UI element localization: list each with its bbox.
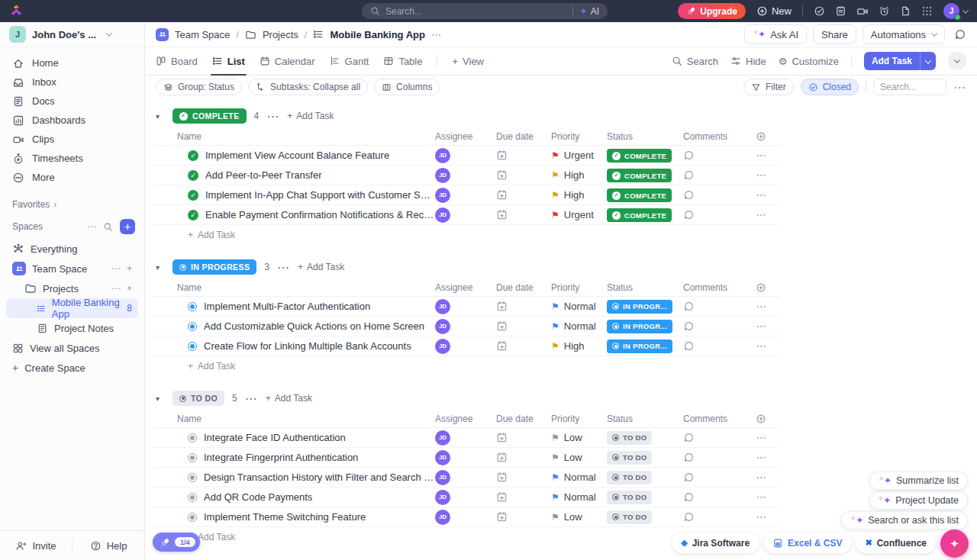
tab-calendar[interactable]: Calendar bbox=[260, 47, 315, 75]
task-name[interactable]: Implement View Account Balance Feature bbox=[205, 150, 389, 161]
row-menu-icon[interactable]: ⋯ bbox=[756, 432, 766, 443]
priority-flag-icon[interactable]: ⚑ bbox=[551, 513, 559, 522]
file-icon[interactable] bbox=[900, 5, 911, 17]
task-name[interactable]: Integrate Fingerprint Authentication bbox=[204, 452, 358, 463]
row-menu-icon[interactable]: ⋯ bbox=[756, 340, 766, 352]
list-search-input[interactable]: Search... bbox=[873, 79, 946, 95]
priority-flag-icon[interactable]: ⚑ bbox=[551, 453, 559, 462]
row-menu-icon[interactable]: ⋯ bbox=[756, 491, 766, 503]
topbar-ai-button[interactable]: ✦ AI bbox=[572, 6, 599, 17]
add-column-icon[interactable] bbox=[756, 414, 766, 424]
hide-button[interactable]: Hide bbox=[730, 56, 766, 67]
comment-icon[interactable] bbox=[683, 150, 695, 161]
comment-icon[interactable] bbox=[683, 452, 695, 463]
due-date-icon[interactable] bbox=[496, 301, 508, 312]
confluence-button[interactable]: ✖ Confluence bbox=[856, 533, 936, 553]
status-badge[interactable]: IN PROGR... bbox=[607, 340, 672, 353]
column-comments[interactable]: Comments bbox=[683, 282, 744, 293]
user-avatar[interactable]: J bbox=[943, 3, 959, 19]
collapse-group-icon[interactable]: ▾ bbox=[156, 112, 165, 121]
group-add-task-button[interactable]: +Add Task bbox=[287, 111, 334, 121]
add-task-button[interactable]: Add Task bbox=[864, 52, 936, 70]
task-row[interactable]: Add QR Code Payments JD ⚑ Normal TO DO bbox=[153, 488, 780, 507]
add-view-button[interactable]: + View bbox=[452, 47, 484, 75]
folder-more-icon[interactable]: ⋯ bbox=[111, 283, 121, 294]
reminder-alarm-icon[interactable] bbox=[879, 5, 890, 17]
group-more-icon[interactable]: ⋯ bbox=[277, 260, 290, 275]
onboarding-progress-pill[interactable]: 1/4 bbox=[153, 533, 200, 552]
breadcrumb-projects[interactable]: Projects bbox=[263, 29, 298, 40]
due-date-icon[interactable] bbox=[496, 320, 508, 332]
assignee-avatar[interactable]: JD bbox=[435, 168, 450, 183]
customize-button[interactable]: ⚙ Customize bbox=[779, 56, 839, 67]
task-row[interactable]: ✓ Enable Payment Confirmation Notificati… bbox=[153, 205, 780, 225]
list-options-icon[interactable]: ⋯ bbox=[953, 80, 966, 95]
assignee-avatar[interactable]: JD bbox=[435, 208, 450, 223]
priority-flag-icon[interactable]: ⚑ bbox=[551, 322, 559, 331]
tab-board[interactable]: Board bbox=[156, 47, 198, 75]
status-ring-icon[interactable] bbox=[188, 302, 197, 311]
collapse-header-button[interactable] bbox=[948, 52, 966, 70]
column-comments[interactable]: Comments bbox=[683, 131, 744, 142]
status-ring-icon[interactable] bbox=[188, 322, 197, 331]
priority-flag-icon[interactable]: ⚑ bbox=[551, 473, 559, 482]
project-update-button[interactable]: ✧✦ Project Update bbox=[869, 491, 968, 510]
status-check-icon[interactable]: ✓ bbox=[188, 170, 198, 181]
status-ring-icon[interactable] bbox=[188, 513, 197, 522]
add-column-icon[interactable] bbox=[756, 131, 766, 142]
space-add-icon[interactable]: + bbox=[127, 263, 132, 274]
task-row[interactable]: Create Flow for Linking Multiple Bank Ac… bbox=[153, 336, 780, 356]
assignee-avatar[interactable]: JD bbox=[435, 470, 450, 485]
comment-icon[interactable] bbox=[683, 189, 695, 201]
due-date-icon[interactable] bbox=[496, 471, 508, 483]
row-menu-icon[interactable]: ⋯ bbox=[756, 452, 766, 463]
comment-icon[interactable] bbox=[683, 491, 695, 503]
invite-button[interactable]: Invite bbox=[0, 540, 72, 552]
status-badge[interactable]: TO DO bbox=[607, 510, 652, 524]
comment-icon[interactable] bbox=[683, 340, 695, 352]
task-name[interactable]: Add Customizable Quick Actions on Home S… bbox=[204, 320, 424, 332]
group-more-icon[interactable]: ⋯ bbox=[245, 391, 258, 406]
due-date-icon[interactable] bbox=[496, 189, 508, 201]
column-due-date[interactable]: Due date bbox=[496, 282, 551, 293]
sidebar-item-inbox[interactable]: Inbox bbox=[6, 72, 138, 92]
column-assignee[interactable]: Assignee bbox=[435, 282, 496, 293]
group-by-pill[interactable]: Group: Status bbox=[156, 79, 242, 95]
sidebar-item-view-all-spaces[interactable]: View all Spaces bbox=[6, 338, 138, 358]
column-priority[interactable]: Priority bbox=[551, 282, 607, 293]
collapse-group-icon[interactable]: ▾ bbox=[156, 263, 165, 272]
group-status-badge[interactable]: ✓ COMPLETE bbox=[173, 108, 247, 124]
favorites-section[interactable]: Favorites › bbox=[0, 190, 144, 211]
add-space-button[interactable]: + bbox=[120, 219, 135, 234]
status-badge[interactable]: TO DO bbox=[607, 471, 652, 484]
assignee-avatar[interactable]: JD bbox=[435, 339, 450, 354]
status-badge[interactable]: ✓ COMPLETE bbox=[607, 149, 672, 163]
group-add-task-button[interactable]: +Add Task bbox=[266, 393, 312, 404]
status-badge[interactable]: IN PROGR... bbox=[607, 320, 672, 333]
notepad-icon[interactable] bbox=[835, 5, 846, 17]
tab-list[interactable]: List bbox=[212, 47, 245, 75]
space-more-icon[interactable]: ⋯ bbox=[111, 263, 121, 274]
status-ring-icon[interactable] bbox=[188, 342, 197, 351]
breadcrumb-more-icon[interactable]: ⋯ bbox=[431, 29, 442, 40]
due-date-icon[interactable] bbox=[496, 432, 508, 443]
column-name[interactable]: Name bbox=[153, 282, 435, 293]
task-name[interactable]: Design Transaction History with Filter a… bbox=[204, 471, 435, 483]
sidebar-item-projects-folder[interactable]: Projects ⋯+ bbox=[6, 278, 138, 298]
spaces-search-icon[interactable] bbox=[103, 222, 113, 232]
sidebar-item-project-notes[interactable]: Project Notes bbox=[6, 318, 138, 338]
task-name[interactable]: Enable Payment Confirmation Notification… bbox=[205, 209, 435, 220]
due-date-icon[interactable] bbox=[496, 511, 508, 523]
assignee-avatar[interactable]: JD bbox=[435, 188, 450, 203]
clip-record-icon[interactable] bbox=[856, 5, 869, 18]
comment-icon[interactable] bbox=[683, 301, 695, 312]
assignee-avatar[interactable]: JD bbox=[435, 299, 450, 314]
account-menu[interactable]: J bbox=[943, 3, 968, 19]
excel-csv-button[interactable]: Excel & CSV bbox=[763, 533, 851, 553]
assignee-avatar[interactable]: JD bbox=[435, 430, 450, 446]
priority-flag-icon[interactable]: ⚑ bbox=[551, 191, 559, 200]
due-date-icon[interactable] bbox=[496, 150, 508, 161]
row-menu-icon[interactable]: ⋯ bbox=[756, 471, 766, 483]
sidebar-item-docs[interactable]: Docs bbox=[6, 92, 138, 111]
status-badge[interactable]: ✓ COMPLETE bbox=[607, 188, 672, 202]
